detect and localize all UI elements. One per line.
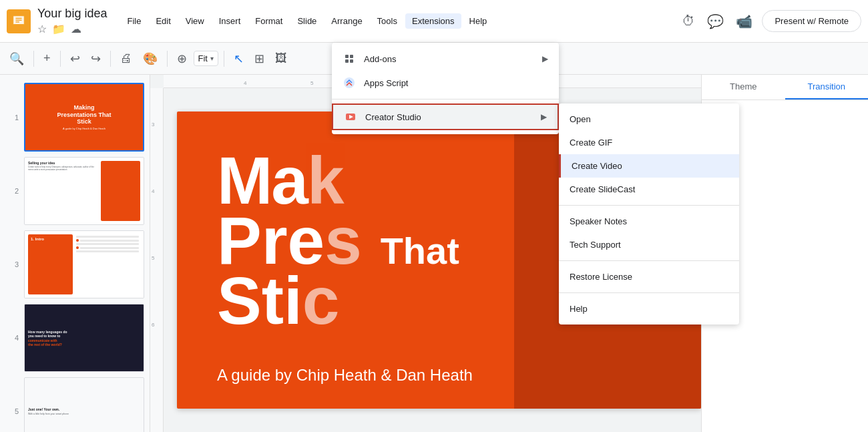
new-slide-btn[interactable]: +	[39, 49, 55, 68]
svg-rect-8	[350, 59, 353, 63]
meet-icon[interactable]: 📹	[733, 11, 755, 32]
history-icon[interactable]: ⏱	[679, 11, 698, 31]
dd-label-creatorstudio: Creator Studio	[365, 112, 421, 122]
ruler-vertical: 3 4 5 6	[150, 88, 164, 432]
dd-label-appsscript: Apps Script	[364, 78, 408, 88]
s4-title: How many languages doyou need to know to	[28, 330, 140, 339]
sub-separator-1	[559, 205, 739, 206]
image-btn[interactable]: 🖼	[271, 49, 291, 68]
zoom-in-btn[interactable]: ⊕	[173, 49, 191, 69]
menu-edit[interactable]: Edit	[149, 13, 177, 29]
right-controls: ⏱ 💬 📹 Present w/ Remote	[679, 10, 861, 32]
zoom-value: Fit	[198, 53, 208, 63]
slide-item-5[interactable]: 5 Just one! Your own. With a little help…	[0, 375, 150, 432]
tab-transition[interactable]: Transition	[785, 75, 869, 99]
toolbar-separator-3	[110, 51, 111, 67]
app-logo	[7, 9, 31, 33]
puzzle-icon	[343, 52, 356, 65]
cloud-icon[interactable]: ☁	[71, 23, 81, 35]
zoom-area-btn[interactable]: ⊞	[250, 49, 268, 69]
slide-thumb-2[interactable]: Selling your idea Create tools to help e…	[24, 157, 144, 225]
menu-file[interactable]: File	[120, 13, 148, 29]
slide-num-5: 5	[5, 407, 19, 415]
sub-item-open[interactable]: Open	[559, 107, 739, 131]
menu-insert[interactable]: Insert	[212, 13, 248, 29]
slides-panel: 1 MakingPresentations ThatStick A guide …	[0, 75, 150, 432]
slide-thumb-4[interactable]: How many languages doyou need to know to…	[24, 304, 144, 372]
zoom-arrow: ▾	[210, 55, 214, 62]
sub-item-restorelicense[interactable]: Restore License	[559, 265, 739, 288]
tab-theme[interactable]: Theme	[702, 75, 785, 99]
sub-item-techsupport[interactable]: Tech Support	[559, 233, 739, 256]
creatorstudio-icon	[344, 110, 357, 124]
extensions-dropdown: Add-ons ▶ Apps Script Creator Studio ▶	[332, 43, 559, 134]
svg-rect-6	[350, 55, 353, 58]
sub-item-help[interactable]: Help	[559, 297, 739, 320]
print-btn[interactable]: 🖨	[116, 49, 136, 68]
s1-subtitle: A guide by Chip Heath & Dan Heath	[63, 127, 105, 130]
menu-format[interactable]: Format	[248, 13, 289, 29]
slide-item-2[interactable]: 2 Selling your idea Create tools to help…	[0, 154, 150, 228]
menu-tools[interactable]: Tools	[371, 13, 404, 29]
slide-thumb-1[interactable]: MakingPresentations ThatStick A guide by…	[24, 83, 144, 152]
slide-item-1[interactable]: 1 MakingPresentations ThatStick A guide …	[0, 80, 150, 154]
zoom-select[interactable]: Fit ▾	[194, 51, 218, 66]
menu-slide[interactable]: Slide	[290, 13, 323, 29]
top-bar: Your big idea ☆ 📁 ☁ File Edit View Inser…	[0, 0, 868, 43]
s2-slide-text: Create tools to help every Champion, sal…	[28, 166, 98, 172]
search-toolbar-btn[interactable]: 🔍	[5, 49, 28, 69]
cursor-btn[interactable]: ↖	[230, 49, 248, 69]
s2-slide-title: Selling your idea	[28, 161, 98, 165]
s4-highlight: communicate withthe rest of the world?	[28, 339, 140, 347]
creator-submenu: Open Create GIF Create Video Create Slid…	[559, 103, 739, 325]
slide-thumb-5[interactable]: Just one! Your own. With a little help f…	[24, 377, 144, 432]
slide-subtitle: A guide by Chip Heath & Dan Heath	[217, 366, 661, 385]
slide-item-3[interactable]: 3 1. Intro	[0, 228, 150, 301]
sub-item-creategif[interactable]: Create GIF	[559, 131, 739, 154]
sub-separator-2	[559, 260, 739, 261]
sub-item-createslidecast[interactable]: Create SlideCast	[559, 178, 739, 201]
doc-title[interactable]: Your big idea	[37, 7, 107, 21]
slide-num-2: 2	[5, 187, 19, 195]
star-icon[interactable]: ☆	[37, 23, 47, 35]
menu-extensions[interactable]: Extensions	[405, 13, 461, 29]
redo-btn[interactable]: ↪	[87, 49, 105, 69]
slide-num-1: 1	[5, 114, 19, 122]
comment-icon[interactable]: 💬	[704, 11, 726, 32]
slide-item-4[interactable]: 4 How many languages doyou need to know …	[0, 301, 150, 375]
toolbar-separator-4	[167, 51, 168, 67]
dd-separator	[332, 99, 559, 99]
slide-num-4: 4	[5, 334, 19, 342]
toolbar-separator-5	[224, 51, 224, 67]
s3-intro: 1. Intro	[31, 237, 70, 241]
s5-subtitle: With a little help from your smart phone	[28, 413, 140, 415]
toolbar-separator-1	[33, 51, 34, 67]
appsscript-icon	[343, 76, 356, 89]
sub-item-speakernotes[interactable]: Speaker Notes	[559, 210, 739, 233]
dd-item-addons[interactable]: Add-ons ▶	[332, 47, 559, 71]
sub-label-help: Help	[570, 304, 588, 314]
undo-btn[interactable]: ↩	[66, 49, 84, 69]
sub-label-speakernotes: Speaker Notes	[570, 216, 627, 226]
menu-arrange[interactable]: Arrange	[324, 13, 369, 29]
dd-arrow-creatorstudio: ▶	[541, 112, 547, 122]
dd-item-creatorstudio[interactable]: Creator Studio ▶	[332, 103, 559, 130]
paint-btn[interactable]: 🎨	[139, 49, 162, 69]
s5-title: Just one! Your own.	[28, 407, 140, 411]
present-button[interactable]: Present w/ Remote	[762, 10, 861, 32]
toolbar-separator-2	[60, 51, 61, 67]
sub-label-restorelicense: Restore License	[570, 272, 632, 282]
sub-item-createvideo[interactable]: Create Video	[559, 154, 739, 178]
folder-icon[interactable]: 📁	[52, 23, 65, 35]
title-area: Your big idea ☆ 📁 ☁	[37, 7, 107, 35]
menu-bar: File Edit View Insert Format Slide Arran…	[120, 13, 679, 29]
sub-separator-3	[559, 292, 739, 293]
doc-icons: ☆ 📁 ☁	[37, 23, 107, 35]
sub-label-techsupport: Tech Support	[570, 240, 621, 250]
menu-view[interactable]: View	[179, 13, 211, 29]
dd-label-addons: Add-ons	[364, 54, 396, 64]
dd-item-appsscript[interactable]: Apps Script	[332, 71, 559, 95]
sub-label-createvideo: Create Video	[572, 161, 622, 171]
slide-thumb-3[interactable]: 1. Intro	[24, 230, 144, 298]
menu-help[interactable]: Help	[463, 13, 494, 29]
